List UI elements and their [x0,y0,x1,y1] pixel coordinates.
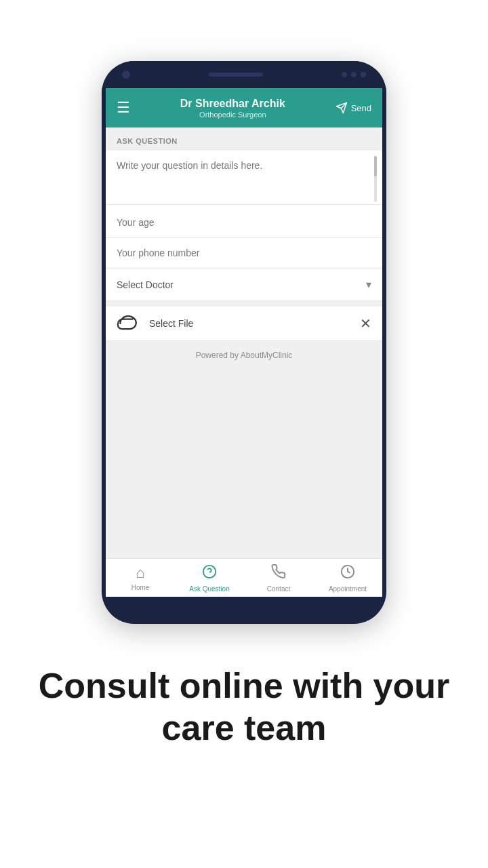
question-textarea[interactable] [106,151,382,205]
select-doctor-label: Select Doctor [117,279,366,290]
paperclip-icon [117,315,141,332]
close-icon[interactable]: ✕ [360,315,371,332]
select-file-label: Select File [149,318,352,329]
camera-dot [122,71,130,79]
select-doctor-dropdown[interactable]: Select Doctor ▾ [106,269,382,301]
nav-contact-label: Contact [267,585,290,593]
speaker-bar [209,73,263,77]
nav-ask-question[interactable]: Ask Question [175,559,244,597]
ask-question-icon [202,564,217,583]
main-content: ASK QUESTION Select Doct [106,127,382,558]
doctor-name: Dr Shreedhar Archik [130,97,336,110]
doctor-specialty: Orthopedic Surgeon [130,111,336,119]
header-title-block: Dr Shreedhar Archik Orthopedic Surgeon [130,97,336,118]
send-label: Send [351,103,371,113]
nav-home-label: Home [131,584,150,591]
appointment-icon [340,564,355,583]
sensor-dot-1 [342,72,347,77]
powered-by: Powered by AboutMyClinic [106,341,382,370]
send-button[interactable]: Send [336,102,371,114]
phone-input[interactable] [106,238,382,269]
nav-contact[interactable]: Contact [244,559,313,597]
nav-appointment[interactable]: Appointment [313,559,382,597]
sensor-dot-3 [361,72,366,77]
home-icon: ⌂ [136,564,144,582]
textarea-wrapper [106,151,382,208]
question-card: Select Doctor ▾ [106,151,382,301]
contact-icon [271,564,286,583]
section-label: ASK QUESTION [106,127,382,151]
send-icon [336,102,348,114]
app-screen: ☰ Dr Shreedhar Archik Orthopedic Surgeon… [106,88,382,597]
phone-frame: ☰ Dr Shreedhar Archik Orthopedic Surgeon… [102,61,386,624]
age-input[interactable] [106,208,382,238]
file-select-row[interactable]: Select File ✕ [106,307,382,341]
scrollbar-thumb [374,156,377,176]
chevron-down-icon: ▾ [366,278,371,291]
bottom-tagline: Consult online with your care team [0,665,488,749]
bottom-navigation: ⌂ Home Ask Question [106,558,382,597]
nav-ask-question-label: Ask Question [189,585,229,593]
textarea-scrollbar [374,156,377,202]
sensor-dots [342,72,366,77]
app-header: ☰ Dr Shreedhar Archik Orthopedic Surgeon… [106,88,382,127]
phone-top-hardware [102,61,386,88]
sensor-dot-2 [351,72,357,77]
nav-appointment-label: Appointment [329,585,367,593]
nav-home[interactable]: ⌂ Home [106,559,175,597]
hamburger-menu-icon[interactable]: ☰ [117,99,130,117]
